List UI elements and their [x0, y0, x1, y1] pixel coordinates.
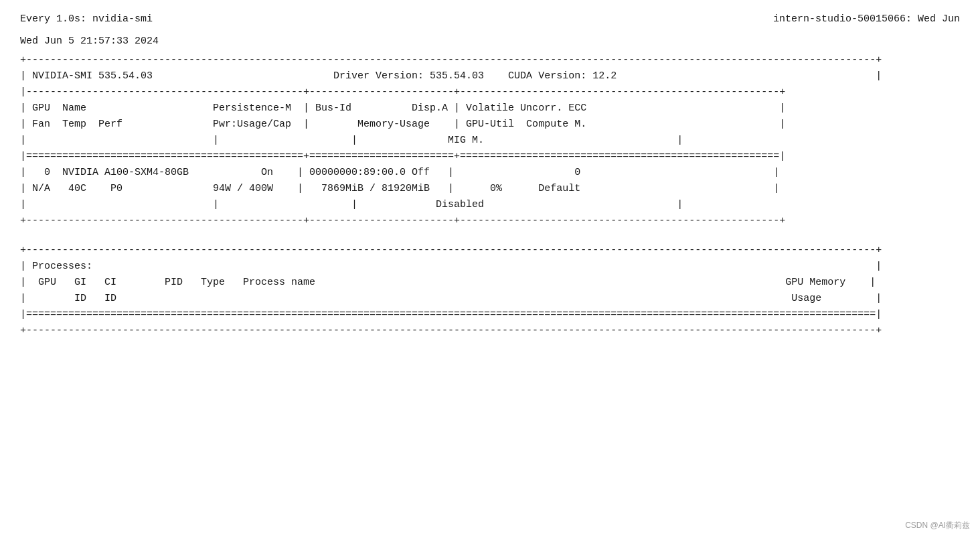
nvidia-smi-table: +---------------------------------------… — [20, 52, 960, 229]
processes-table: +---------------------------------------… — [20, 243, 960, 339]
header-left: Every 1.0s: nvidia-smi — [20, 13, 153, 25]
header-right: intern-studio-50015066: Wed Jun — [773, 13, 960, 25]
watermark: CSDN @AI衢莉兹 — [905, 520, 970, 531]
timestamp: Wed Jun 5 21:57:33 2024 — [20, 36, 960, 47]
